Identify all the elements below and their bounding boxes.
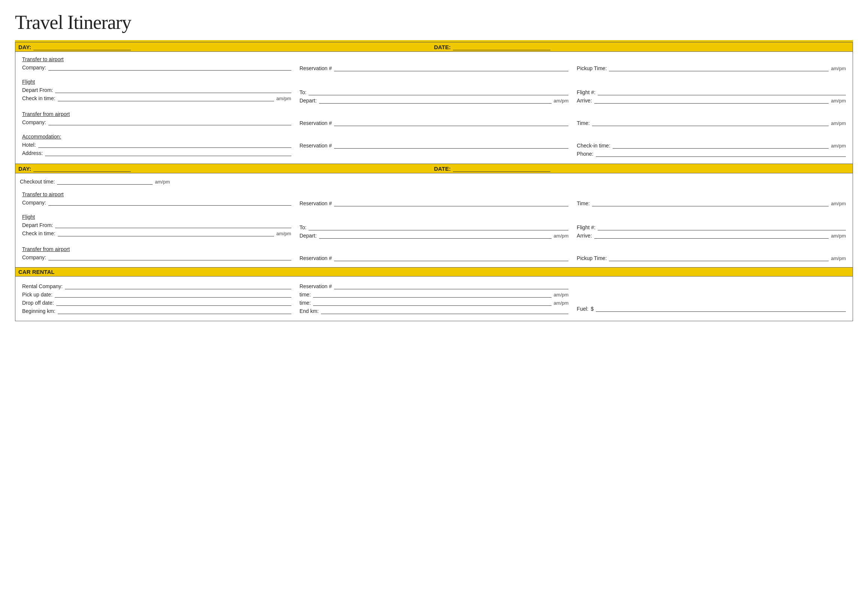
day2-transfer-from-airport-company-field[interactable] <box>48 254 291 260</box>
day1-day-field[interactable] <box>33 43 131 50</box>
day1-transfer-from-airport-time-label: Time: <box>577 120 589 126</box>
car-rental-time2-field[interactable] <box>313 299 552 306</box>
day1-flight-checkin-field[interactable] <box>58 94 274 101</box>
day1-transfer-from-airport-res-field[interactable] <box>334 119 569 126</box>
day1-accommodation-res-field[interactable] <box>334 142 569 148</box>
car-rental-fuel-label: Fuel: <box>577 306 588 312</box>
day2-flight-arrive-field[interactable] <box>594 232 829 239</box>
day2-flight-to-field[interactable] <box>308 224 569 230</box>
day2-transfer-from-airport-pickup-field[interactable] <box>609 254 829 261</box>
day2-transfer-from-airport-right: Pickup Time: am/pm <box>574 245 848 264</box>
day2-transfer-to-airport-res-label: Reservation # <box>299 200 332 206</box>
day2-header: DAY: DATE: <box>15 164 853 173</box>
page-title: Travel Itinerary <box>15 11 853 33</box>
day1-flight-to-field[interactable] <box>308 88 569 95</box>
day2-transfer-to-airport-time-label: Time: <box>577 200 589 206</box>
day2-transfer-from-airport-mid: Reservation # <box>298 245 571 264</box>
day1-transfer-from-airport-section: Transfer from airport Company: Reservati… <box>15 107 853 130</box>
day2-transfer-from-airport-heading: Transfer from airport <box>22 246 70 252</box>
day2-flight-right: Flight #: Arrive: am/pm <box>574 212 848 242</box>
car-rental-header-row: CAR RENTAL <box>15 267 853 277</box>
day2-transfer-to-airport-res-field[interactable] <box>334 199 569 206</box>
day1-flight-depart-field[interactable] <box>319 97 552 104</box>
day1-accommodation-res-label: Reservation # <box>299 142 332 148</box>
car-rental-ampm2: am/pm <box>554 300 569 306</box>
car-rental-pickup-date-label: Pick up date: <box>22 292 52 298</box>
day1-transfer-to-airport-right: Pickup Time: am/pm <box>574 55 848 74</box>
car-rental-end-km-label: End km: <box>299 308 319 314</box>
day1-flight-depart-label: Depart: <box>299 97 317 104</box>
day1-transfer-to-airport-section: Transfer to airport Company: Reservation… <box>15 52 853 76</box>
day2-flight-to-label: To: <box>299 224 307 230</box>
day1-transfer-from-airport-heading: Transfer from airport <box>22 111 70 117</box>
day2-transfer-to-airport-right: Time: am/pm <box>574 190 848 209</box>
day1-accommodation-checkin-field[interactable] <box>613 142 829 148</box>
day2-flight-ampm1: am/pm <box>276 231 291 237</box>
day1-accommodation-hotel-field[interactable] <box>38 141 291 148</box>
itinerary-table: DAY: DATE: Transfer to airport Company: <box>15 42 853 321</box>
day2-flight-heading: Flight <box>22 214 35 220</box>
day2-transfer-from-airport-res-field[interactable] <box>334 254 569 261</box>
day1-flight-to-label: To: <box>299 89 307 95</box>
day1-accommodation-address-field[interactable] <box>45 149 291 156</box>
day1-accommodation-phone-label: Phone: <box>577 151 593 157</box>
day1-flight-flightnum-field[interactable] <box>598 88 846 95</box>
day2-date-field[interactable] <box>453 165 550 172</box>
car-rental-company-label: Rental Company: <box>22 283 63 289</box>
day2-flight-ampm3: am/pm <box>831 233 846 239</box>
day2-transfer-to-airport-heading: Transfer to airport <box>22 192 64 197</box>
day2-date-label: DATE: <box>434 165 451 172</box>
day2-flight-section: Flight Depart From: Check in time: am/pm… <box>15 210 853 243</box>
day2-transfer-to-airport-company-field[interactable] <box>48 199 291 206</box>
car-rental-res-label: Reservation # <box>299 283 332 289</box>
day1-flight-arrive-field[interactable] <box>594 97 829 104</box>
day1-transfer-to-airport-res-field[interactable] <box>334 65 569 71</box>
day1-transfer-from-airport-company-label: Company: <box>22 119 46 125</box>
day1-accommodation-phone-field[interactable] <box>596 150 846 157</box>
day2-day-field[interactable] <box>33 165 131 172</box>
day2-transfer-to-airport-left: Transfer to airport Company: <box>20 190 294 209</box>
day1-transfer-from-airport-left: Transfer from airport Company: <box>20 110 294 129</box>
day2-checkout-ampm: am/pm <box>155 179 170 185</box>
car-rental-beginning-km-field[interactable] <box>58 307 291 314</box>
car-rental-time2-label: time: <box>299 300 311 306</box>
car-rental-mid: Reservation # time: am/pm time: am/pm <box>298 280 571 317</box>
day1-accommodation-heading: Accommodation: <box>22 134 61 139</box>
day2-flight-checkin-field[interactable] <box>58 230 274 237</box>
day2-flight-depart-field[interactable] <box>319 232 552 239</box>
day1-date-label: DATE: <box>434 44 451 50</box>
day1-accommodation-checkin-label: Check-in time: <box>577 142 610 148</box>
day2-flight-flightnum-field[interactable] <box>598 224 846 230</box>
day2-transfer-from-airport-ampm: am/pm <box>831 255 846 261</box>
day2-flight-mid: To: Depart: am/pm <box>298 212 571 242</box>
car-rental-fuel-field[interactable] <box>596 305 846 312</box>
day1-header-row: DAY: DATE: <box>15 42 853 52</box>
day2-flight-depart-from-field[interactable] <box>55 221 291 228</box>
car-rental-header: CAR RENTAL <box>15 267 853 277</box>
day1-transfer-to-airport-company-field[interactable] <box>48 64 291 71</box>
day2-checkout-field[interactable] <box>57 178 153 185</box>
day2-transfer-to-airport-mid: Reservation # <box>298 190 571 209</box>
car-rental-beginning-km-label: Beginning km: <box>22 308 56 314</box>
day1-flight-section: Flight Depart From: Check in time: am/pm… <box>15 75 853 107</box>
day2-transfer-to-airport-time-field[interactable] <box>592 199 829 206</box>
day2-checkout-section: Checkout time: am/pm <box>15 173 853 188</box>
day2-transfer-from-airport-company-label: Company: <box>22 254 46 260</box>
car-rental-company-field[interactable] <box>65 283 291 289</box>
car-rental-pickup-date-field[interactable] <box>55 291 291 298</box>
day1-transfer-from-airport-time-field[interactable] <box>592 119 829 126</box>
car-rental-res-field[interactable] <box>334 283 569 289</box>
day1-transfer-to-airport-pickup-field[interactable] <box>609 65 829 71</box>
car-rental-dropoff-date-field[interactable] <box>56 299 291 306</box>
car-rental-time1-field[interactable] <box>313 291 552 298</box>
day1-transfer-from-airport-company-field[interactable] <box>48 119 291 125</box>
day1-transfer-to-airport-ampm: am/pm <box>831 66 846 71</box>
day2-checkout-label: Checkout time: <box>20 179 55 185</box>
day1-transfer-to-airport-company-label: Company: <box>22 65 46 71</box>
day1-flight-flightnum-label: Flight #: <box>577 89 595 95</box>
day1-flight-depart-from-field[interactable] <box>55 86 291 93</box>
car-rental-end-km-field[interactable] <box>321 307 569 314</box>
day1-transfer-from-airport-ampm: am/pm <box>831 121 846 126</box>
day1-date-field[interactable] <box>453 43 550 50</box>
day2-flight-arrive-label: Arrive: <box>577 233 592 239</box>
